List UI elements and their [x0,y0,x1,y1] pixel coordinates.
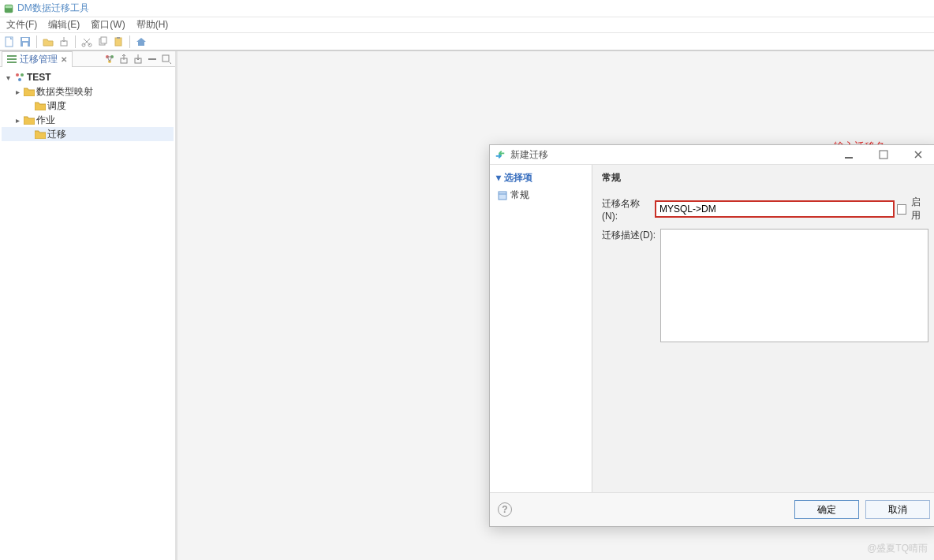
dialog-title: 新建迁移 [510,148,829,162]
close-button[interactable] [903,147,933,162]
desc-label: 迁移描述(D): [602,229,657,242]
dialog-nav: 选择项 常规 [490,165,592,492]
watermark: @盛夏TQ晴雨 [867,542,928,555]
svg-rect-21 [148,58,156,60]
new-icon[interactable] [3,35,16,48]
enable-checkbox[interactable] [897,204,906,215]
tree-label: 数据类型映射 [36,85,93,99]
minimize-icon[interactable] [147,54,158,65]
project-icon [14,72,25,83]
expander-icon[interactable]: ▾ [3,73,13,82]
paste-icon[interactable] [112,35,125,48]
svg-rect-14 [7,58,17,60]
menu-edit[interactable]: 编辑(E) [43,17,84,32]
home-icon[interactable] [135,35,148,48]
svg-point-23 [16,73,19,77]
tree-node-migration[interactable]: 迁移 [2,127,174,141]
name-label: 迁移名称(N): [602,197,652,222]
toolbar [0,33,934,50]
new-migration-dialog: 新建迁移 选择项 常规 [489,144,934,527]
expander-icon[interactable]: ▸ [13,116,22,125]
app-icon [3,3,14,14]
migration-desc-textarea[interactable] [660,229,928,342]
panel-tab-label: 迁移管理 [20,53,58,66]
app-title: DM数据迁移工具 [17,2,89,15]
dialog-content: 常规 迁移名称(N): 启用 迁移描述(D): [592,165,934,492]
tree-root-test[interactable]: ▾ TEST [2,70,174,84]
cut-icon[interactable] [80,35,93,48]
folder-icon [35,101,46,110]
dialog-nav-general[interactable]: 常规 [496,188,585,203]
toolbar-sep [129,35,130,48]
save-icon[interactable] [19,35,32,48]
folder-icon [24,87,35,96]
migration-icon [495,149,506,160]
tree-label: 作业 [36,114,55,127]
title-bar: DM数据迁移工具 [0,0,934,17]
dialog-footer: ? 确定 取消 [490,493,934,526]
svg-rect-13 [7,55,17,57]
svg-rect-4 [22,38,28,41]
main: 迁移管理 ✕ ▾ TEST ▸ 数据类型映射 [0,50,934,560]
tree-linked-icon[interactable] [104,54,115,65]
dialog-body: 选择项 常规 常规 迁移名称(N): 启用 迁移描述( [490,164,934,493]
sheet-icon [498,191,507,200]
svg-rect-11 [115,38,121,46]
sidebar-panel: 迁移管理 ✕ ▾ TEST ▸ 数据类型映射 [0,51,177,560]
ok-button[interactable]: 确定 [794,500,859,519]
svg-rect-1 [6,5,13,8]
tree-label: 迁移 [47,128,66,141]
project-tree: ▾ TEST ▸ 数据类型映射 调度 ▸ 作业 迁 [0,67,175,144]
folder-open-icon[interactable] [42,35,54,48]
toolbar-sep [75,35,76,48]
cancel-button[interactable]: 取消 [865,500,930,519]
import-icon[interactable] [58,35,70,48]
minimize-button[interactable] [834,147,864,162]
svg-rect-10 [101,37,106,43]
menu-file[interactable]: 文件(F) [2,17,42,32]
copy-icon[interactable] [96,35,109,48]
toolbar-sep [36,35,37,48]
svg-point-25 [18,78,21,81]
folder-icon [35,129,46,139]
tree-label: 调度 [47,99,66,113]
menu-window[interactable]: 窗口(W) [86,17,129,32]
list-icon [7,54,17,64]
maximize-button[interactable] [869,147,899,162]
menu-bar: 文件(F) 编辑(E) 窗口(W) 帮助(H) [0,17,934,33]
svg-point-24 [21,73,24,77]
tree-node-job[interactable]: ▸ 作业 [2,113,174,127]
svg-rect-22 [163,55,169,62]
svg-rect-30 [499,192,506,200]
dialog-section-title: 常规 [602,171,928,189]
svg-rect-12 [117,37,120,39]
svg-rect-28 [845,157,853,159]
svg-rect-29 [880,151,887,159]
export-icon[interactable] [118,54,129,65]
import-icon[interactable] [133,54,144,65]
tree-node-schedule[interactable]: 调度 [2,99,174,113]
dialog-nav-heading[interactable]: 选择项 [496,170,585,188]
migration-name-input[interactable] [656,201,894,217]
tree-node-mapping[interactable]: ▸ 数据类型映射 [2,84,174,99]
close-icon[interactable]: ✕ [61,55,67,64]
content-area: 输入迁移名 新建迁移 [177,51,934,560]
folder-icon [24,115,35,125]
panel-tabbar: 迁移管理 ✕ [0,51,175,67]
svg-rect-15 [7,62,17,63]
enable-label: 启用 [910,196,928,222]
tree-label: TEST [27,72,51,83]
svg-rect-5 [23,43,28,47]
menu-help[interactable]: 帮助(H) [132,17,174,32]
dialog-nav-item-label: 常规 [510,189,529,202]
menu-dropdown-icon[interactable] [161,54,172,65]
expander-icon[interactable]: ▸ [13,88,22,96]
dialog-titlebar[interactable]: 新建迁移 [490,145,934,164]
panel-tab-migration-mgmt[interactable]: 迁移管理 ✕ [2,51,73,67]
help-icon[interactable]: ? [498,502,512,517]
